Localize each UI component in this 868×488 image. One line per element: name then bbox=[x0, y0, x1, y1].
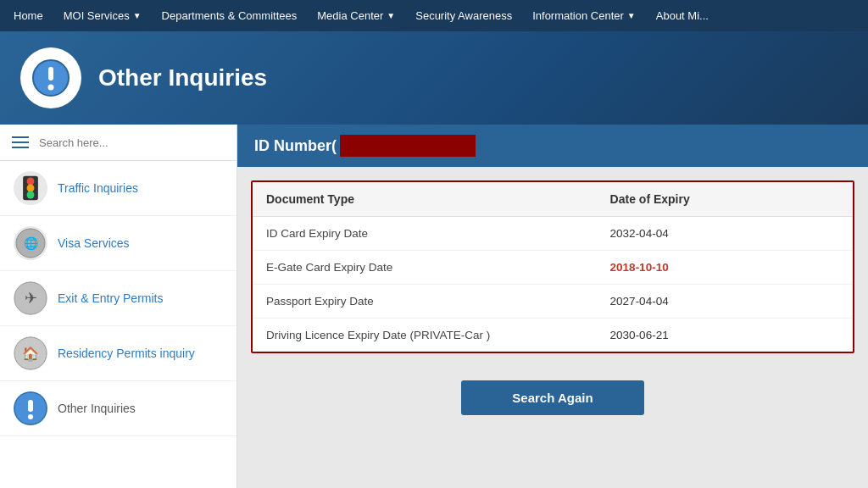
svg-rect-1 bbox=[48, 67, 53, 80]
hamburger-menu[interactable] bbox=[8, 133, 32, 152]
visa-icon: 🌐 bbox=[14, 226, 47, 260]
nav-about[interactable]: About Mi... bbox=[646, 0, 719, 31]
expiry-1: 2032-04-04 bbox=[610, 227, 839, 240]
nav-home-label: Home bbox=[14, 9, 43, 22]
nav-security-awareness[interactable]: Security Awareness bbox=[405, 0, 522, 31]
exit-entry-svg: ✈ bbox=[14, 281, 47, 315]
nav-dept-label: Departments & Committees bbox=[162, 9, 298, 22]
id-redacted-value bbox=[340, 135, 476, 157]
residency-icon: 🏠 bbox=[14, 336, 47, 370]
other-icon-svg bbox=[14, 391, 47, 425]
doc-type-1: ID Card Expiry Date bbox=[266, 227, 610, 240]
doc-type-2: E-Gate Card Expiry Date bbox=[266, 261, 610, 274]
table-row: E-Gate Card Expiry Date 2018-10-10 bbox=[253, 251, 853, 285]
table-row: ID Card Expiry Date 2032-04-04 bbox=[253, 217, 853, 251]
sidebar: Traffic Inquiries 🌐 Visa Services ✈ Exit… bbox=[0, 125, 237, 488]
sidebar-item-visa[interactable]: 🌐 Visa Services bbox=[0, 216, 236, 271]
search-bar bbox=[0, 125, 236, 161]
header-banner: Other Inquiries bbox=[0, 31, 868, 125]
id-label: ID Number( bbox=[254, 137, 337, 155]
svg-rect-14 bbox=[28, 400, 33, 412]
svg-text:✈: ✈ bbox=[25, 290, 37, 307]
nav-info-label: Information Center bbox=[532, 9, 624, 22]
svg-point-4 bbox=[27, 178, 35, 186]
col2-header: Date of Expiry bbox=[610, 192, 839, 206]
visa-svg: 🌐 bbox=[15, 228, 46, 258]
sidebar-visa-label: Visa Services bbox=[58, 236, 130, 250]
document-table-card: Document Type Date of Expiry ID Card Exp… bbox=[251, 180, 854, 353]
svg-point-15 bbox=[28, 414, 33, 419]
header-icon-circle bbox=[20, 47, 81, 108]
nav-media-label: Media Center bbox=[317, 9, 383, 22]
main-layout: Traffic Inquiries 🌐 Visa Services ✈ Exit… bbox=[0, 125, 868, 488]
nav-departments[interactable]: Departments & Committees bbox=[152, 0, 308, 31]
hamburger-line2 bbox=[12, 141, 29, 143]
nav-information-center[interactable]: Information Center ▼ bbox=[522, 0, 646, 31]
svg-text:🏠: 🏠 bbox=[22, 346, 39, 362]
svg-text:🌐: 🌐 bbox=[24, 236, 39, 251]
svg-point-2 bbox=[48, 85, 54, 91]
sidebar-item-other-inquiries[interactable]: Other Inquiries bbox=[0, 381, 236, 436]
nav-media-arrow: ▼ bbox=[387, 11, 395, 20]
nav-security-label: Security Awareness bbox=[415, 9, 512, 22]
sidebar-exit-label: Exit & Entry Permits bbox=[58, 291, 163, 305]
exclamation-icon bbox=[31, 58, 70, 97]
hamburger-line1 bbox=[12, 136, 29, 138]
nav-info-arrow: ▼ bbox=[627, 11, 636, 20]
col1-header: Document Type bbox=[266, 192, 610, 206]
nav-media-center[interactable]: Media Center ▼ bbox=[307, 0, 405, 31]
search-again-button[interactable]: Search Again bbox=[461, 380, 643, 415]
nav-home[interactable]: Home bbox=[3, 0, 53, 31]
sidebar-traffic-label: Traffic Inquiries bbox=[58, 181, 138, 195]
sidebar-residency-label: Residency Permits inquiry bbox=[58, 347, 195, 360]
expiry-3: 2027-04-04 bbox=[610, 295, 839, 308]
sidebar-other-label: Other Inquiries bbox=[58, 402, 136, 415]
doc-type-3: Passport Expiry Date bbox=[266, 295, 610, 308]
doc-type-4: Driving Licence Expiry Date (PRIVATE-Car… bbox=[266, 329, 610, 341]
table-header-row: Document Type Date of Expiry bbox=[253, 182, 853, 217]
expiry-2: 2018-10-10 bbox=[610, 261, 839, 274]
nav-moi-arrow: ▼ bbox=[133, 11, 142, 20]
nav-moi-services[interactable]: MOI Services ▼ bbox=[53, 0, 152, 31]
nav-about-label: About Mi... bbox=[656, 9, 709, 22]
table-row: Passport Expiry Date 2027-04-04 bbox=[253, 285, 853, 319]
residency-svg: 🏠 bbox=[14, 336, 47, 370]
nav-moi-label: MOI Services bbox=[64, 9, 130, 22]
hamburger-line3 bbox=[12, 147, 29, 148]
search-again-wrap: Search Again bbox=[237, 367, 868, 429]
other-inquiries-icon bbox=[14, 391, 47, 425]
traffic-light-svg bbox=[17, 173, 44, 203]
svg-point-5 bbox=[27, 185, 35, 192]
content-area: ID Number( Document Type Date of Expiry … bbox=[237, 125, 868, 488]
sidebar-item-traffic[interactable]: Traffic Inquiries bbox=[0, 161, 236, 216]
search-input[interactable] bbox=[39, 136, 228, 149]
svg-point-6 bbox=[27, 191, 35, 199]
main-navbar: Home MOI Services ▼ Departments & Commit… bbox=[0, 0, 868, 31]
expiry-4: 2030-06-21 bbox=[610, 329, 839, 341]
id-number-header: ID Number( bbox=[237, 125, 868, 167]
page-title: Other Inquiries bbox=[98, 64, 267, 92]
table-row: Driving Licence Expiry Date (PRIVATE-Car… bbox=[253, 319, 853, 352]
sidebar-item-exit-entry[interactable]: ✈ Exit & Entry Permits bbox=[0, 271, 236, 326]
exit-entry-icon: ✈ bbox=[14, 281, 47, 315]
traffic-icon bbox=[14, 171, 47, 205]
sidebar-item-residency[interactable]: 🏠 Residency Permits inquiry bbox=[0, 326, 236, 381]
